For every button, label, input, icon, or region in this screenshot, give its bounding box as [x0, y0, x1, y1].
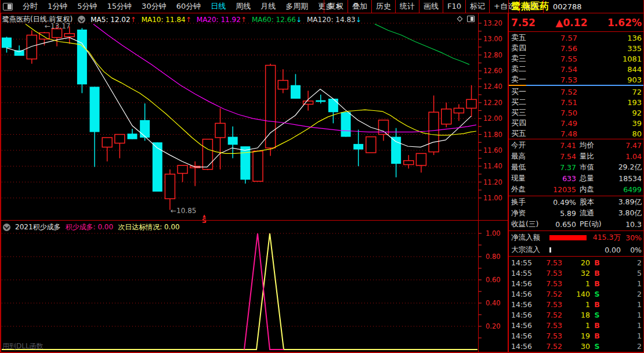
menu-item-period[interactable]: 月线 — [261, 1, 276, 12]
menu-item-period[interactable]: 1分钟 — [48, 1, 67, 12]
tick-count: 1 — [604, 332, 642, 340]
indicator-axis-label: 0.40 — [486, 299, 501, 307]
split-panel-icon[interactable] — [467, 16, 475, 22]
candle-up — [27, 35, 37, 59]
ob-volume: 39 — [577, 119, 642, 128]
tick-row: 14:567.531B1 — [509, 320, 644, 330]
tick-price: 7.53 — [536, 332, 562, 340]
price-axis-label: 12.60 — [483, 67, 502, 75]
menu-item-period[interactable]: 分时 — [23, 1, 38, 12]
menu-item-tool[interactable]: 画线 — [419, 0, 443, 13]
menu-item-period[interactable]: 15分钟 — [107, 1, 132, 12]
stat-label: 现量 — [511, 174, 545, 183]
indicator-axis-label: 0.20 — [486, 322, 501, 330]
stats-block-2: 换手0.49%股本3.89亿净资5.89流通3.80亿收益(三)0.650PE(… — [509, 197, 644, 230]
stat-label: 外盘 — [511, 185, 545, 194]
ma-line-MA60 — [375, 24, 469, 64]
tick-count: 2 — [604, 342, 642, 351]
tick-volume: 32 — [562, 269, 590, 278]
candle-up — [278, 80, 288, 89]
diamond-icon[interactable] — [457, 16, 463, 22]
bid-row[interactable]: 买三7.5092 — [509, 107, 644, 118]
price-axis-label: 12.40 — [483, 82, 502, 91]
tick-side: B — [590, 269, 604, 278]
bid-row[interactable]: 买四7.4939 — [509, 118, 644, 128]
indicator-name: 2021积少成多 — [15, 222, 61, 232]
tick-volume: 30 — [562, 342, 590, 351]
menu-item-period[interactable]: 60分钟 — [176, 1, 201, 12]
menu-item-period[interactable]: 多周期 — [285, 1, 308, 12]
menu-item-tool[interactable]: 复权 — [324, 0, 348, 13]
ob-volume: 844 — [577, 65, 642, 74]
tick-row: 14:567.52140S2 — [509, 289, 644, 299]
ask-row[interactable]: 卖五7.57136 — [509, 33, 644, 43]
menu-item-tool[interactable]: F10 — [443, 0, 465, 13]
ob-price: 7.48 — [538, 129, 577, 138]
tick-side: S — [590, 290, 604, 298]
trading-terminal-window: 分时1分钟5分钟15分钟30分钟60分钟日线周线月线多周期更多 > 复权叠加历史… — [0, 0, 644, 353]
candle-down — [228, 137, 238, 145]
ob-volume: 80 — [577, 129, 642, 138]
ob-volume: 335 — [577, 44, 642, 53]
candle-up — [165, 174, 175, 199]
chart-header: 鹭燕医药(日线.前复权) MA5: 12.02↑MA10: 11.84↑MA20… — [2, 15, 361, 24]
time-sales-list[interactable]: 14:557.5320B214:557.5332B514:567.531B114… — [509, 257, 644, 351]
menu-item-period[interactable]: 5分钟 — [77, 1, 97, 12]
tick-side: B — [590, 321, 604, 330]
stat-value: 29.2亿 — [611, 163, 642, 172]
stat-row: 今开7.41均价7.47 — [509, 140, 644, 151]
ob-price: 7.53 — [538, 75, 577, 84]
bid-row[interactable]: 买二7.51193 — [509, 97, 644, 107]
tick-count: 2 — [604, 290, 642, 298]
candle-down — [77, 30, 87, 84]
ask-row[interactable]: 卖三7.551081 — [509, 53, 644, 64]
menu-item-tool[interactable]: 统计 — [395, 0, 419, 13]
price-axis-label: 13.20 — [483, 19, 502, 27]
bid-row[interactable]: 买五7.4880 — [509, 128, 644, 139]
ob-volume: 136 — [577, 34, 642, 42]
flow-pct: 0% — [623, 246, 642, 254]
tick-side: B — [590, 258, 604, 267]
menu-item-tool[interactable]: 叠加 — [348, 0, 371, 13]
candle-up — [202, 139, 212, 170]
tick-volume: 18 — [562, 311, 590, 319]
stat-row: 换手0.49%股本3.89亿 — [509, 197, 644, 208]
menu-item-period[interactable]: 日线 — [211, 1, 226, 12]
bid-row[interactable]: 买一7.5272 — [509, 87, 644, 97]
tick-count: 2 — [604, 258, 642, 267]
menu-item-tool[interactable]: 标记 — [465, 0, 489, 13]
tick-side: B — [590, 300, 604, 309]
candle-up — [429, 112, 439, 152]
tick-time: 14:56 — [511, 321, 536, 330]
chevron-down-icon[interactable] — [3, 224, 10, 231]
candle-up — [115, 135, 125, 143]
candle-up — [266, 66, 276, 148]
stat-label: 换手 — [511, 197, 545, 207]
chart-corner-icons — [458, 16, 475, 22]
money-flow-row: 净流入额415.3万30% — [509, 232, 644, 244]
chevron-down-icon[interactable] — [78, 16, 85, 23]
candlestick-chart-canvas[interactable]: 13.2013.0012.8012.6012.4012.2012.0011.80… — [1, 13, 508, 353]
ask-row[interactable]: 卖四7.56335 — [509, 43, 644, 53]
period-menu: 分时1分钟5分钟15分钟30分钟60分钟日线周线月线多周期更多 > — [3, 0, 342, 13]
menu-item-period[interactable]: 30分钟 — [142, 1, 167, 12]
tick-row: 14:567.5230S2 — [509, 341, 644, 351]
flow-bar-track — [549, 235, 585, 240]
tick-time: 14:56 — [511, 311, 536, 319]
candle-down — [240, 146, 250, 179]
flow-label: 大宗流入 — [511, 245, 547, 255]
stat-value: 0.49% — [545, 198, 576, 207]
tick-volume: 20 — [562, 258, 590, 267]
candle-up — [404, 161, 414, 165]
ask-row[interactable]: 卖一7.53903 — [509, 74, 644, 85]
menu-item-tool[interactable]: 历史 — [371, 0, 395, 13]
tick-price: 7.52 — [536, 342, 562, 351]
layout-icon[interactable] — [3, 3, 13, 10]
stat-value: 3.80亿 — [611, 208, 642, 218]
stat-label: 最低 — [511, 163, 545, 172]
ask-row[interactable]: 卖二7.54844 — [509, 64, 644, 74]
stat-row: 收益(三)0.650PE(动)10.3 — [509, 219, 644, 230]
stats-block-1: 今开7.41均价7.47最高7.54量比1.04最低7.37市值29.2亿现量6… — [509, 140, 644, 195]
stat-value: 5.89 — [545, 209, 576, 218]
menu-item-period[interactable]: 周线 — [236, 1, 251, 12]
